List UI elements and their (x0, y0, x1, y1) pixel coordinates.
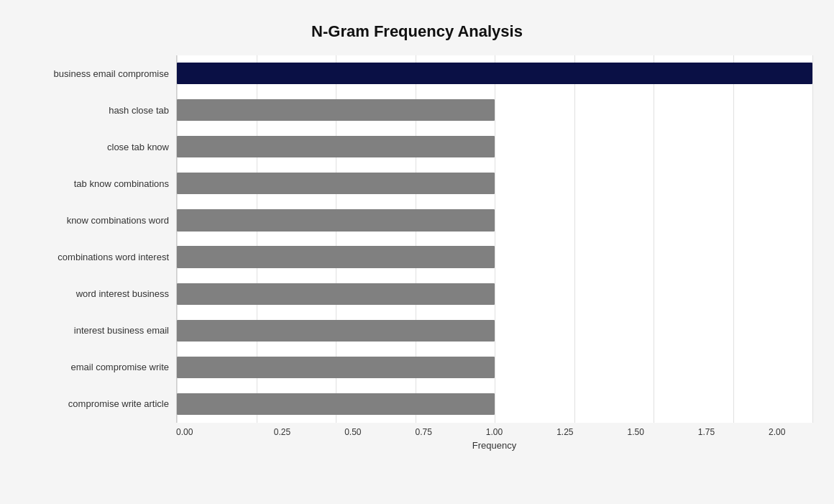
x-tick: 0.75 (388, 427, 459, 437)
bar-row (177, 239, 812, 275)
x-tick: 0.00 (176, 427, 247, 437)
y-label: business email compromise (22, 55, 176, 92)
chart-area: business email compromisehash close tabc… (22, 55, 812, 451)
bar (177, 136, 495, 157)
chart-container: N-Gram Frequency Analysis business email… (7, 8, 827, 497)
y-label: email compromise write (22, 349, 176, 385)
bar (177, 209, 495, 231)
y-label: know combinations word (22, 202, 176, 239)
bar (177, 99, 495, 121)
x-tick: 1.75 (671, 427, 741, 437)
bar-row (177, 385, 812, 422)
bar-row (177, 92, 812, 129)
y-label: word interest business (22, 275, 176, 312)
bar-row (177, 312, 812, 349)
y-label: interest business email (22, 312, 176, 349)
y-label: compromise write article (22, 385, 176, 422)
bar-row (177, 129, 812, 165)
y-labels: business email compromisehash close tabc… (22, 55, 176, 423)
grid-line (812, 55, 813, 423)
y-label: hash close tab (22, 92, 176, 129)
bar-row (177, 165, 812, 202)
x-tick: 1.00 (459, 427, 529, 437)
bar (177, 63, 812, 84)
bar-row (177, 202, 812, 239)
chart-title: N-Gram Frequency Analysis (22, 22, 812, 41)
bar (177, 357, 495, 378)
bar (177, 393, 495, 415)
bar (177, 173, 495, 194)
x-tick: 2.00 (742, 427, 812, 437)
x-tick: 0.25 (247, 427, 317, 437)
bars-section: business email compromisehash close tabc… (22, 55, 812, 423)
y-label: tab know combinations (22, 165, 176, 202)
bar (177, 320, 495, 342)
x-tick: 1.50 (600, 427, 671, 437)
y-label: close tab know (22, 129, 176, 165)
y-label: combinations word interest (22, 239, 176, 275)
x-axis-label: Frequency (22, 440, 812, 451)
x-tick: 1.25 (530, 427, 600, 437)
bar-row (177, 55, 812, 92)
bar (177, 283, 495, 305)
bar (177, 246, 495, 267)
x-tick: 0.50 (318, 427, 388, 437)
bars-inner (177, 55, 812, 423)
bars-and-grid (176, 55, 812, 423)
bar-row (177, 349, 812, 385)
x-axis: 0.000.250.500.751.001.251.501.752.00 (22, 427, 812, 437)
bar-row (177, 275, 812, 312)
